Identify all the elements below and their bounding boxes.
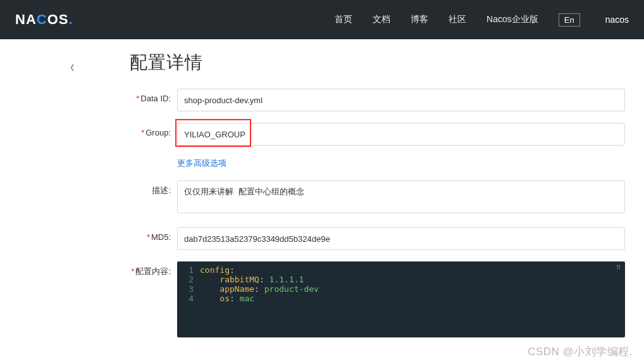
- back-button[interactable]: ‹: [70, 57, 74, 77]
- input-data-id[interactable]: [177, 89, 625, 111]
- nav-docs[interactable]: 文档: [373, 14, 390, 25]
- nacos-logo: NACOS.: [15, 11, 73, 28]
- code-line: 2 rabbitMQ: 1.1.1.1: [177, 275, 625, 284]
- language-switch[interactable]: En: [559, 13, 580, 27]
- row-md5: *MD5:: [130, 227, 625, 250]
- code-line: 1config:: [177, 265, 625, 275]
- label-md5: *MD5:: [130, 227, 171, 243]
- user-menu[interactable]: nacos: [605, 15, 629, 25]
- textarea-desc[interactable]: [177, 180, 625, 213]
- top-header: NACOS. 首页 文档 博客 社区 Nacos企业版 En nacos: [0, 0, 644, 39]
- row-content: *配置内容: ⠿ 1config:2 rabbitMQ: 1.1.1.13 ap…: [130, 261, 625, 337]
- top-nav: 首页 文档 博客 社区 Nacos企业版 En nacos: [335, 13, 629, 27]
- row-group: *Group:: [130, 123, 625, 146]
- row-desc: 描述:: [130, 180, 625, 216]
- label-group: *Group:: [130, 123, 171, 139]
- advanced-options-link[interactable]: 更多高级选项: [177, 158, 226, 169]
- code-line: 4 os: mac: [177, 294, 625, 303]
- nav-home[interactable]: 首页: [335, 14, 352, 25]
- label-content: *配置内容:: [130, 261, 171, 277]
- label-data-id: *Data ID:: [130, 89, 171, 104]
- main-content: 配置详情 *Data ID: *Group: 更多高级选项 描述: *MD5: …: [111, 39, 644, 364]
- page-title: 配置详情: [130, 51, 625, 75]
- row-advanced: 更多高级选项: [130, 157, 625, 169]
- left-gutter: ‹: [0, 39, 111, 364]
- input-md5[interactable]: [177, 227, 625, 250]
- code-editor[interactable]: ⠿ 1config:2 rabbitMQ: 1.1.1.13 appName: …: [177, 261, 625, 337]
- code-line: 3 appName: product-dev: [177, 284, 625, 294]
- nav-blog[interactable]: 博客: [411, 14, 428, 25]
- code-toolbar-icon[interactable]: ⠿: [616, 264, 621, 271]
- input-group[interactable]: [177, 123, 625, 146]
- nav-community[interactable]: 社区: [449, 14, 466, 25]
- row-data-id: *Data ID:: [130, 89, 625, 111]
- label-desc: 描述:: [130, 180, 171, 196]
- nav-enterprise[interactable]: Nacos企业版: [486, 14, 538, 25]
